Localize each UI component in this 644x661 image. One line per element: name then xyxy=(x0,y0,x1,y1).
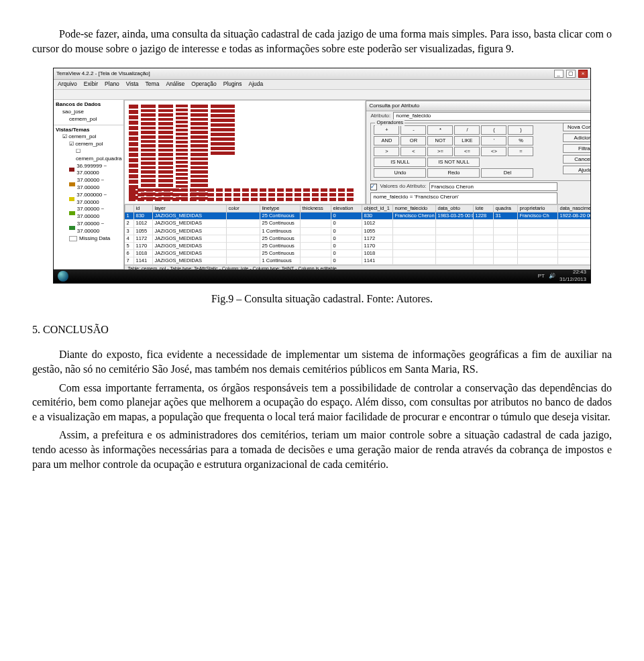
menu-exibir[interactable]: Exibir xyxy=(84,80,98,88)
column-header[interactable]: thickness xyxy=(301,204,331,213)
legend-row: 37.000000 ~ 37.00000 xyxy=(56,192,121,206)
valores-checkbox[interactable] xyxy=(370,184,377,190)
close-button[interactable]: × xyxy=(578,70,588,78)
bancos-panel: Bancos de Dados sao_jose cemem_pol xyxy=(54,100,123,125)
column-header[interactable]: nome_falecido xyxy=(393,204,436,213)
column-header[interactable]: data_obto xyxy=(436,204,474,213)
tree-db-child[interactable]: cemem_pol xyxy=(56,116,121,123)
menu-tema[interactable]: Tema xyxy=(146,80,160,88)
vt-root[interactable]: ☑ cemem_pol xyxy=(56,133,121,141)
conclusion-p2: Com essa importante ferramenta, os órgão… xyxy=(32,381,612,424)
adicionar-button[interactable]: Adicionar xyxy=(563,133,590,142)
legend-row: 37.00000 ~ 37.00000 xyxy=(56,206,121,221)
valores-input[interactable] xyxy=(429,182,558,191)
table-row[interactable]: 61018JAZIGOS_MEDIDAS25 Continuous01018 xyxy=(125,250,590,257)
operator-button[interactable]: ) xyxy=(508,125,533,135)
conclusion-p3: Assim, a prefeitura e os administradores… xyxy=(32,428,612,471)
app-title: TerraView 4.2.2 - [Tela de Visualização] xyxy=(56,70,150,78)
tree-db-root[interactable]: sao_jose xyxy=(56,109,121,116)
column-header[interactable]: quadra xyxy=(494,204,518,213)
legend-row: 37.00000 ~ 37.00000 xyxy=(56,177,121,192)
operator-button[interactable]: + xyxy=(374,125,399,135)
operator-button[interactable]: LIKE xyxy=(454,136,480,145)
table-row[interactable]: 1830JAZIGOS_MEDIDAS25 Continuous0830Fran… xyxy=(125,213,590,220)
operator-button[interactable]: * xyxy=(427,125,453,135)
operator-button[interactable]: <= xyxy=(454,147,480,156)
operator-button[interactable]: / xyxy=(454,125,480,135)
figure-caption: Fig.9 – Consulta situação cadastral. Fon… xyxy=(32,292,612,306)
menu-bar: Arquivo Exibir Plano Vista Tema Análise … xyxy=(54,80,590,90)
operators-group: Operadores +-*/() ANDORNOTLIKE'% ><>=<=<… xyxy=(370,123,590,181)
speaker-icon[interactable]: 🔊 xyxy=(549,273,555,280)
menu-arquivo[interactable]: Arquivo xyxy=(58,80,77,88)
query-textarea[interactable]: nome_falecido = 'Francisco Cheron' xyxy=(370,192,557,204)
nova-consulta-button[interactable]: Nova Consulta xyxy=(563,123,590,131)
legend-missing: Missing Data xyxy=(56,235,121,243)
table-row[interactable]: 31055JAZIGOS_MEDIDAS1 Continuous01055 xyxy=(125,228,590,235)
intro-paragraph: Pode-se fazer, ainda, uma consulta da si… xyxy=(32,27,612,56)
operator-button[interactable]: Undo xyxy=(374,168,426,178)
toolbar xyxy=(54,90,590,100)
column-header[interactable] xyxy=(125,204,134,213)
column-header[interactable]: lote xyxy=(474,204,494,213)
vistas-panel: Vistas/Temas ☑ cemem_pol ☑ cemem_pol ☐ c… xyxy=(54,125,123,270)
operator-button[interactable]: ( xyxy=(481,125,506,135)
legend-row: 37.00000 ~ 37.00000 xyxy=(56,221,121,235)
column-header[interactable]: layer xyxy=(153,204,227,213)
table-row[interactable]: 71141JAZIGOS_MEDIDAS1 Continuous01141 xyxy=(125,257,590,265)
map-canvas[interactable]: 0 30 60 90 Metros Consulta por Atributo … xyxy=(124,100,590,204)
cancelar-button[interactable]: Cancelar xyxy=(563,155,590,164)
menu-vista[interactable]: Vista xyxy=(126,80,139,88)
maximize-button[interactable]: ▢ xyxy=(566,70,576,78)
column-header[interactable]: elevation xyxy=(331,204,362,213)
operator-button[interactable]: > xyxy=(374,147,399,156)
operator-button[interactable]: = xyxy=(508,147,533,156)
operator-button[interactable]: IS NOT NULL xyxy=(427,158,480,167)
window-buttons: _ ▢ × xyxy=(553,70,588,78)
operator-button[interactable]: % xyxy=(508,136,533,145)
operator-button[interactable]: Del xyxy=(481,168,533,178)
column-header[interactable]: color xyxy=(227,204,260,213)
column-header[interactable]: id xyxy=(134,204,153,213)
column-header[interactable]: linetype xyxy=(260,204,301,213)
column-header[interactable]: proprietario xyxy=(518,204,558,213)
attribute-select[interactable]: nome_falecido▼ xyxy=(393,112,590,121)
attribute-table[interactable]: idlayercolorlinetypethicknesselevationob… xyxy=(124,204,590,269)
menu-operacao[interactable]: Operação xyxy=(191,80,216,88)
menu-plugins[interactable]: Plugins xyxy=(223,80,242,88)
vt-child[interactable]: ☑ cemem_pol xyxy=(56,141,121,148)
menu-ajuda[interactable]: Ajuda xyxy=(249,80,264,88)
table-row[interactable]: 21012JAZIGOS_MEDIDAS25 Continuous01012 xyxy=(125,220,590,227)
menu-plano[interactable]: Plano xyxy=(105,80,119,88)
attribute-query-dialog: Consulta por Atributo × Atributo: nome_f… xyxy=(366,101,590,204)
window-titlebar[interactable]: TerraView 4.2.2 - [Tela de Visualização]… xyxy=(54,68,590,80)
operator-button[interactable]: NOT xyxy=(427,136,453,145)
dialog-title: Consulta por Atributo xyxy=(369,103,419,110)
operator-button[interactable]: IS NULL xyxy=(374,158,426,167)
operator-button[interactable]: Redo xyxy=(427,168,480,178)
operator-button[interactable]: - xyxy=(400,125,426,135)
operator-button[interactable]: >= xyxy=(427,147,453,156)
column-header[interactable]: data_nascimento xyxy=(558,204,590,213)
operator-button[interactable]: OR xyxy=(400,136,426,145)
operator-button[interactable]: <> xyxy=(481,147,506,156)
bancos-title: Bancos de Dados xyxy=(56,101,121,109)
table-row[interactable]: 51170JAZIGOS_MEDIDAS25 Continuous01170 xyxy=(125,243,590,250)
start-button[interactable] xyxy=(58,271,68,282)
operator-button[interactable]: ' xyxy=(481,136,506,145)
dialog-titlebar[interactable]: Consulta por Atributo × xyxy=(366,101,590,111)
column-header[interactable]: object_id_1 xyxy=(362,204,393,213)
table-row[interactable]: 41172JAZIGOS_MEDIDAS25 Continuous01172 xyxy=(125,235,590,243)
taskbar: PT 🔊 22:43 31/12/2013 xyxy=(54,269,590,283)
valores-label: Valores do Atributo: xyxy=(380,183,426,190)
operator-button[interactable]: AND xyxy=(374,136,399,145)
filtrar-button[interactable]: Filtrar xyxy=(563,144,590,153)
ajuda-button[interactable]: Ajuda xyxy=(563,166,590,174)
clock-time: 22:43 xyxy=(559,269,586,276)
menu-analise[interactable]: Análise xyxy=(166,80,184,88)
vt-leaf[interactable]: ☐ cemem_pol.quadra xyxy=(56,148,121,163)
minimize-button[interactable]: _ xyxy=(554,70,564,78)
operator-button[interactable]: < xyxy=(400,147,426,156)
language-indicator[interactable]: PT xyxy=(538,273,545,280)
left-sidebar: Bancos de Dados sao_jose cemem_pol Vista… xyxy=(54,100,124,269)
